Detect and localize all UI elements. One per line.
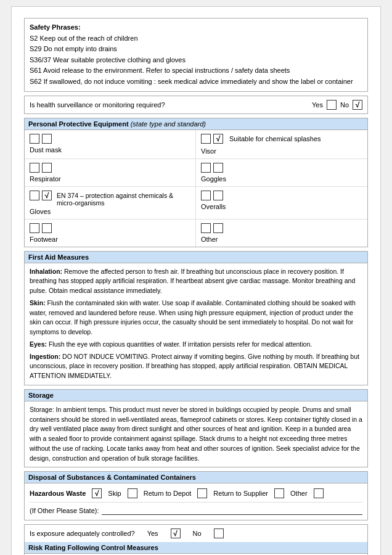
if-other-row: (If Other Please State):: [30, 502, 362, 515]
ppe-goggles: Goggles: [196, 159, 367, 187]
health-yes-checkbox[interactable]: [327, 100, 337, 110]
safety-phrases-title: Safety Phrases:: [30, 23, 81, 31]
ppe-overalls: Overalls: [196, 187, 367, 220]
visor-label: Visor: [201, 147, 362, 155]
dust-mask-cb2[interactable]: [42, 134, 52, 144]
return-supplier-label: Return to Supplier: [213, 490, 268, 497]
overalls-cb1[interactable]: [201, 191, 211, 200]
health-surveillance-section: Is health surveillance or monitoring req…: [24, 96, 368, 114]
health-no-checkbox[interactable]: [353, 100, 362, 110]
storage-section: Storage Storage: In ambient temps. This …: [24, 389, 368, 468]
exposure-row: Is exposure adequately controlled? Yes N…: [25, 525, 367, 542]
page: Safety Phrases: S2 Keep out of the reach…: [11, 6, 381, 555]
footwear-cb1[interactable]: [30, 223, 39, 233]
ppe-footwear: Footwear: [25, 220, 196, 247]
no-label: No: [340, 101, 349, 109]
safety-phrases-section: Safety Phrases: S2 Keep out of the reach…: [24, 18, 368, 92]
safety-phrase-3: S36/37 Wear suitable protective clothing…: [30, 56, 186, 64]
respirator-label: Respirator: [30, 175, 190, 183]
exposure-section: Is exposure adequately controlled? Yes N…: [24, 524, 368, 555]
safety-phrase-2: S29 Do not empty into drains: [30, 45, 117, 52]
hazardous-waste-checkbox[interactable]: [92, 488, 102, 498]
storage-text: Storage: In ambient temps. This product …: [30, 405, 362, 464]
visor-cb1[interactable]: [201, 134, 211, 144]
yes-label: Yes: [312, 101, 323, 109]
gloves-cb2[interactable]: [42, 191, 52, 200]
disposal-header: Disposal of Substances & Contaminated Co…: [25, 472, 367, 483]
ppe-header: Personal Protective Equipment (state typ…: [25, 118, 367, 130]
goggles-cb1[interactable]: [201, 163, 211, 173]
ppe-visor: Suitable for chemical splashes Visor: [196, 130, 367, 159]
footwear-cb2[interactable]: [42, 223, 52, 233]
storage-header: Storage: [25, 390, 367, 401]
visor-right-text: Suitable for chemical splashes: [229, 135, 321, 142]
first-aid-inhalation: Inhalation: Remove the affected person t…: [30, 267, 362, 296]
return-depot-checkbox[interactable]: [197, 488, 207, 498]
visor-cb2[interactable]: [213, 134, 223, 144]
other-cb1[interactable]: [201, 223, 211, 233]
goggles-label: Goggles: [201, 175, 362, 183]
first-aid-eyes: Eyes: Flush the eye with copious quantit…: [30, 340, 362, 350]
risk-rating-header: Risk Rating Following Control Measures: [25, 542, 367, 554]
first-aid-skin: Skin: Flush the contaminated skin with w…: [30, 298, 362, 337]
if-other-field[interactable]: [102, 506, 363, 515]
storage-content: Storage: In ambient temps. This product …: [25, 401, 367, 467]
ppe-respirator: Respirator: [25, 159, 196, 187]
ppe-gloves: EN 374 – protection against chemicals & …: [25, 187, 196, 220]
exposure-yes-checkbox[interactable]: [171, 528, 181, 538]
exposure-question: Is exposure adequately controlled?: [30, 530, 135, 537]
other-disposal-checkbox[interactable]: [314, 488, 324, 498]
footwear-label: Footwear: [30, 236, 190, 243]
respirator-cb1[interactable]: [30, 163, 39, 173]
first-aid-ingestion: Ingestion: DO NOT INDUCE VOMITING. Prote…: [30, 352, 362, 381]
safety-phrase-5: S62 If swallowed, do not induce vomiting…: [30, 78, 353, 85]
dust-mask-cb1[interactable]: [30, 134, 39, 144]
skip-label: Skip: [108, 490, 121, 497]
if-other-label: (If Other Please State):: [30, 507, 99, 514]
disposal-section: Disposal of Substances & Contaminated Co…: [24, 471, 368, 520]
goggles-cb2[interactable]: [213, 163, 223, 173]
gloves-cb1[interactable]: [30, 191, 39, 200]
exposure-no-label: No: [193, 530, 202, 537]
overalls-label: Overalls: [201, 203, 362, 210]
respirator-cb2[interactable]: [42, 163, 52, 173]
return-supplier-checkbox[interactable]: [274, 488, 284, 498]
health-surveillance-question: Is health surveillance or monitoring req…: [30, 101, 165, 109]
exposure-yes-label: Yes: [147, 530, 158, 537]
ppe-other: Other: [196, 220, 367, 247]
first-aid-content: Inhalation: Remove the affected person t…: [25, 263, 367, 385]
first-aid-section: First Aid Measures Inhalation: Remove th…: [24, 251, 368, 385]
skip-checkbox[interactable]: [128, 488, 137, 498]
other-disposal-label: Other: [290, 490, 308, 497]
overalls-cb2[interactable]: [213, 191, 223, 200]
return-depot-label: Return to Depot: [144, 490, 192, 497]
safety-phrase-4: S61 Avoid release to the environment. Re…: [30, 67, 290, 74]
first-aid-header: First Aid Measures: [25, 252, 367, 263]
safety-phrase-1: S2 Keep out of the reach of children: [30, 35, 138, 42]
disposal-content: Hazardous Waste Skip Return to Depot Ret…: [25, 483, 367, 520]
other-cb2[interactable]: [213, 223, 223, 233]
other-ppe-label: Other: [201, 236, 362, 243]
ppe-section: Personal Protective Equipment (state typ…: [24, 118, 368, 247]
ppe-dust-mask: Dust mask: [25, 130, 196, 159]
disposal-options-row: Hazardous Waste Skip Return to Depot Ret…: [30, 488, 362, 498]
gloves-en-text: EN 374 – protection against chemicals & …: [57, 192, 190, 207]
gloves-label: Gloves: [30, 208, 190, 215]
health-yes-no-group: Yes No: [312, 100, 362, 110]
hazardous-waste-label: Hazardous Waste: [30, 490, 86, 497]
exposure-no-checkbox[interactable]: [214, 528, 224, 538]
dust-mask-label: Dust mask: [30, 146, 190, 154]
